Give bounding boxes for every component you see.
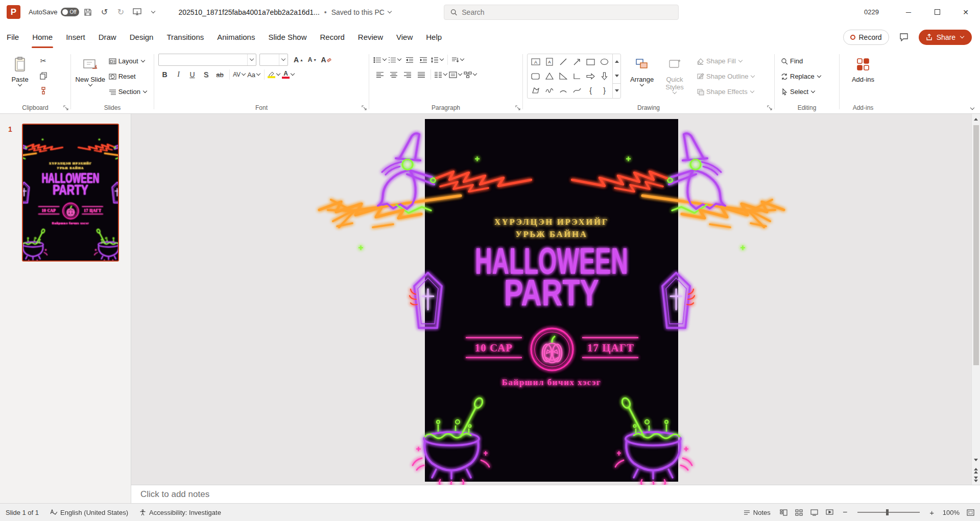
shape-rounded-rectangle[interactable] [529,70,542,83]
arrange-button[interactable]: Arrange [626,54,658,87]
redo-button[interactable]: ↻ [113,5,128,20]
search-input[interactable] [462,8,672,16]
grow-font-button[interactable]: A▲ [292,54,305,66]
slide-title-line2[interactable]: PARTY [504,272,599,313]
minimize-button[interactable]: ─ [894,0,923,24]
shrink-font-button[interactable]: A▼ [306,54,319,66]
shape-outline-button[interactable]: Shape Outline [695,70,757,83]
tab-transitions[interactable]: Transitions [160,24,210,50]
shape-oval[interactable] [598,56,611,68]
tab-file[interactable]: File [0,24,26,50]
underline-button[interactable]: U [186,68,199,81]
vertical-scrollbar[interactable] [971,114,980,485]
align-text-button[interactable] [449,68,463,81]
share-button[interactable]: Share [919,30,972,45]
collapse-ribbon-button[interactable] [970,104,975,112]
decrease-indent-button[interactable] [403,54,416,66]
find-button[interactable]: Find [779,55,835,67]
zoom-slider[interactable] [857,512,920,513]
zoom-slider-thumb[interactable] [886,509,889,515]
close-button[interactable]: ✕ [951,0,980,24]
bold-button[interactable]: B [158,68,171,81]
font-size-value[interactable] [260,54,279,65]
tab-animations[interactable]: Animations [210,24,261,50]
slide-invite-line1[interactable]: ХҮРЭЛЦЭН ИРЭХИЙГ [494,217,609,227]
quick-styles-button[interactable]: Quick Styles [659,54,690,94]
font-size-dropdown[interactable] [279,54,288,65]
section-button[interactable]: Section [107,85,150,98]
undo-button[interactable]: ↺ [97,5,112,20]
shapes-more-button[interactable] [613,83,620,98]
increase-indent-button[interactable] [417,54,429,66]
new-slide-button[interactable]: New Slide [75,54,106,87]
shape-fill-button[interactable]: Shape Fill [695,55,757,67]
present-button[interactable] [129,5,145,20]
addins-button[interactable]: Add-ins [847,54,879,84]
scrollbar-thumb[interactable] [973,125,979,365]
zoom-in-button[interactable]: + [924,504,940,521]
slide-invite-line2[interactable]: УРЬЖ БАЙНА [515,229,587,239]
shape-isosceles-triangle[interactable] [543,70,556,83]
tab-insert[interactable]: Insert [59,24,92,50]
document-title[interactable]: 202510_1871f25faba4001a7ebb2a2a16d1... •… [178,8,392,16]
character-spacing-button[interactable]: AV [233,68,246,81]
shape-arc[interactable] [557,84,569,97]
font-name-dropdown[interactable] [247,54,256,65]
powerpoint-logo-icon[interactable]: P [7,5,20,19]
change-case-button[interactable]: Aa [247,68,261,81]
cut-button[interactable]: ✂ [37,55,50,67]
font-size-combo[interactable] [259,54,288,66]
shape-curve[interactable] [570,84,583,97]
font-color-button[interactable]: A [282,68,295,81]
tab-slide-show[interactable]: Slide Show [261,24,313,50]
notes-placeholder[interactable]: Click to add notes [140,489,209,500]
slide-indicator[interactable]: Slide 1 of 1 [0,504,44,521]
font-dialog-launcher[interactable] [362,105,367,110]
shape-line[interactable] [557,56,569,68]
language-selector[interactable]: English (United States) [44,504,134,521]
paste-button[interactable]: Paste [4,54,36,87]
zoom-out-button[interactable]: − [838,504,853,521]
save-button[interactable] [80,5,95,20]
select-button[interactable]: Select [779,85,835,98]
shape-scribble[interactable] [543,84,556,97]
shape-arrow-down[interactable] [598,70,611,83]
notes-toggle-button[interactable]: Notes [738,504,776,521]
font-name-combo[interactable] [158,54,256,66]
shape-rectangle[interactable] [584,56,597,68]
slideshow-view-button[interactable] [822,504,838,521]
saved-status[interactable]: Saved to this PC [331,8,392,16]
quick-access-dropdown[interactable] [146,5,161,20]
highlight-color-button[interactable] [268,68,281,81]
tab-draw[interactable]: Draw [92,24,123,50]
text-shadow-button[interactable]: S [200,68,212,81]
record-button[interactable]: Record [843,30,889,45]
fit-slide-to-window-button[interactable] [963,504,978,521]
profile-label[interactable]: 0229 [864,8,879,16]
shape-elbow-connector[interactable] [570,70,583,83]
shape-line-arrow[interactable] [570,56,583,68]
clipboard-dialog-launcher[interactable] [63,105,69,110]
shape-arrow-right[interactable] [584,70,597,83]
tab-design[interactable]: Design [123,24,160,50]
scroll-down-button[interactable] [972,455,980,465]
shape-textbox[interactable]: A [529,56,542,68]
align-center-button[interactable] [387,68,400,81]
reading-view-button[interactable] [807,504,822,521]
slide-date-text[interactable]: 10 САР [475,342,513,354]
line-spacing-button[interactable] [431,54,444,66]
shape-effects-button[interactable]: Shape Effects [695,85,757,98]
autosave-control[interactable]: AutoSave Off [29,8,79,16]
reset-button[interactable]: Reset [107,70,150,83]
numbering-button[interactable] [388,54,402,66]
slide-location-text[interactable]: Байршил бичих хэсэг [502,377,601,387]
shapes-scroll-down[interactable] [613,68,620,83]
tab-home[interactable]: Home [26,24,59,50]
shape-right-triangle[interactable] [557,70,569,83]
shape-vertical-textbox[interactable]: A [543,56,556,68]
tab-view[interactable]: View [390,24,419,50]
next-slide-button[interactable] [974,477,978,482]
slide-time-text[interactable]: 17 ЦАГТ [587,342,634,354]
notes-pane[interactable]: Click to add notes [131,485,980,503]
autosave-toggle[interactable]: Off [61,8,79,16]
